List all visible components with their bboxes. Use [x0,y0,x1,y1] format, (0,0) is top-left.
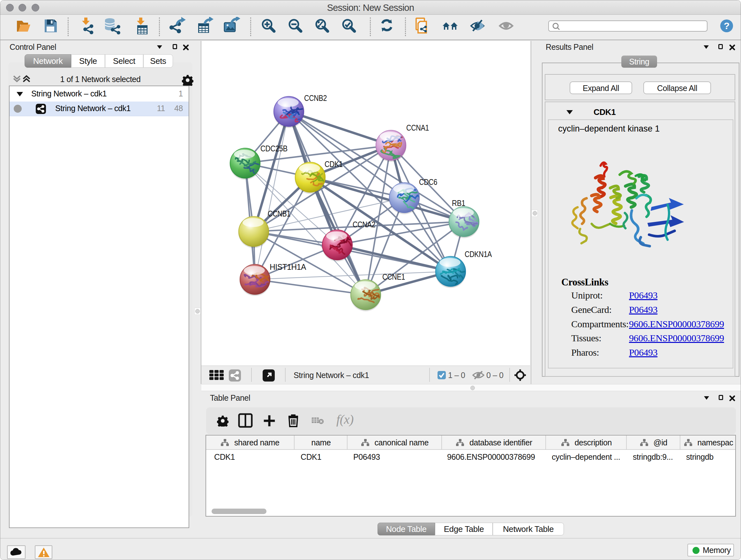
svg-text:HIST1H1A: HIST1H1A [270,262,307,272]
svg-text:CDK1: CDK1 [325,159,343,169]
svg-text:CCNA2: CCNA2 [353,220,375,229]
svg-text:CDC6: CDC6 [419,177,437,187]
svg-text:?: ? [724,20,730,31]
svg-text:CDKN1A: CDKN1A [465,249,492,259]
svg-text:CDC25B: CDC25B [260,144,287,153]
svg-text:CCNA1: CCNA1 [406,123,429,132]
svg-text:CCNB2: CCNB2 [304,93,327,103]
svg-text:CCNE1: CCNE1 [382,272,405,282]
svg-text:RB1: RB1 [452,198,465,208]
svg-text:CCNB1: CCNB1 [268,209,290,219]
